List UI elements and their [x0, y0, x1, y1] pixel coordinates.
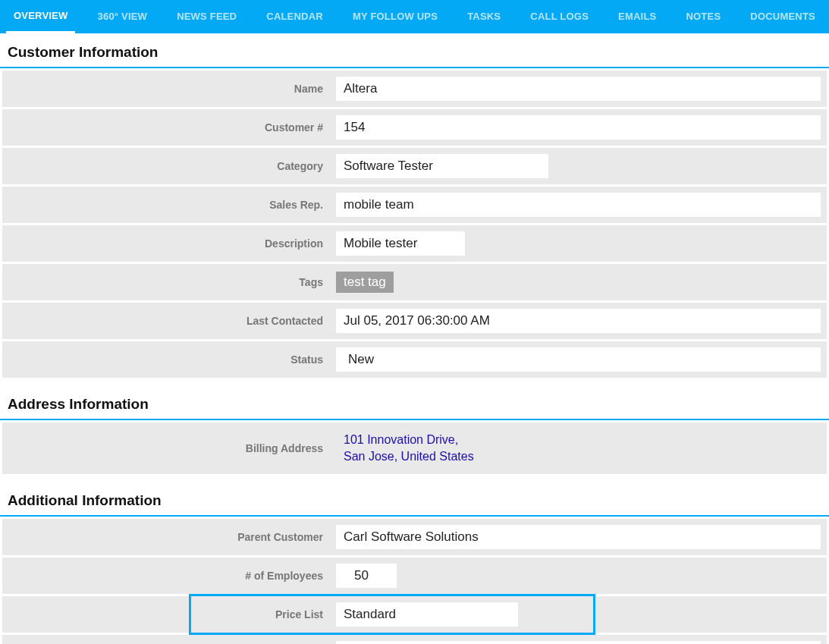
label-description: Description	[2, 225, 334, 262]
label-price-list: Price List	[2, 596, 334, 633]
row-price-list: Price List Standard	[2, 596, 827, 633]
value-cell-status: New	[334, 341, 827, 378]
value-cell-website: www.carlsolutions.com	[334, 635, 827, 644]
row-category: Category Software Tester	[2, 148, 827, 184]
value-status[interactable]: New	[336, 347, 821, 372]
tab-bar: OVERVIEW 360° VIEW NEWS FEED CALENDAR MY…	[0, 0, 829, 33]
section-title-customer-information: Customer Information	[0, 33, 829, 68]
value-price-list[interactable]: Standard	[336, 602, 518, 627]
label-website: Website	[2, 635, 334, 644]
row-customer-number: Customer # 154	[2, 109, 827, 146]
section-title-additional-information: Additional Information	[0, 482, 829, 517]
value-sales-rep[interactable]: mobile team	[336, 193, 821, 217]
value-customer-number[interactable]: 154	[336, 115, 821, 140]
value-cell-last-contacted: Jul 05, 2017 06:30:00 AM	[334, 303, 827, 339]
row-description: Description Mobile tester	[2, 225, 827, 262]
label-employees: # of Employees	[2, 558, 334, 594]
row-employees: # of Employees 50	[2, 558, 827, 594]
value-employees[interactable]: 50	[336, 564, 397, 588]
value-cell-customer-number: 154	[334, 109, 827, 146]
label-customer-number: Customer #	[2, 109, 334, 146]
section-title-address-information: Address Information	[0, 385, 829, 420]
label-name: Name	[2, 71, 334, 107]
value-parent-customer[interactable]: Carl Software Solutions	[336, 525, 821, 549]
tab-tasks[interactable]: TASKS	[460, 0, 508, 33]
value-cell-tags: test tag	[334, 264, 827, 300]
value-cell-name: Altera	[334, 71, 827, 107]
value-billing-address[interactable]: 101 Innovation Drive, San Jose, United S…	[336, 429, 482, 468]
value-name[interactable]: Altera	[336, 77, 821, 101]
value-cell-description: Mobile tester	[334, 225, 827, 262]
value-description[interactable]: Mobile tester	[336, 231, 465, 256]
value-category[interactable]: Software Tester	[336, 154, 548, 178]
row-name: Name Altera	[2, 71, 827, 107]
label-sales-rep: Sales Rep.	[2, 187, 334, 223]
value-cell-sales-rep: mobile team	[334, 187, 827, 223]
billing-address-line2: San Jose, United States	[344, 450, 474, 463]
row-last-contacted: Last Contacted Jul 05, 2017 06:30:00 AM	[2, 303, 827, 339]
label-tags: Tags	[2, 264, 334, 300]
tab-360-view[interactable]: 360° VIEW	[90, 0, 155, 33]
value-last-contacted[interactable]: Jul 05, 2017 06:30:00 AM	[336, 309, 821, 333]
label-status: Status	[2, 341, 334, 378]
tag-chip[interactable]: test tag	[336, 272, 394, 293]
tab-calendar[interactable]: CALENDAR	[259, 0, 331, 33]
row-status: Status New	[2, 341, 827, 378]
value-cell-price-list: Standard	[334, 596, 827, 633]
label-billing-address: Billing Address	[2, 423, 334, 474]
value-cell-parent-customer: Carl Software Solutions	[334, 519, 827, 555]
value-cell-category: Software Tester	[334, 148, 827, 184]
row-website: Website www.carlsolutions.com	[2, 635, 827, 644]
billing-address-line1: 101 Innovation Drive,	[344, 433, 458, 446]
row-billing-address: Billing Address 101 Innovation Drive, Sa…	[2, 423, 827, 474]
value-cell-billing-address: 101 Innovation Drive, San Jose, United S…	[334, 423, 827, 474]
tab-my-follow-ups[interactable]: MY FOLLOW UPS	[345, 0, 445, 33]
row-sales-rep: Sales Rep. mobile team	[2, 187, 827, 223]
row-tags: Tags test tag	[2, 264, 827, 300]
label-parent-customer: Parent Customer	[2, 519, 334, 555]
label-category: Category	[2, 148, 334, 184]
row-parent-customer: Parent Customer Carl Software Solutions	[2, 519, 827, 555]
value-cell-employees: 50	[334, 558, 827, 594]
tab-news-feed[interactable]: NEWS FEED	[169, 0, 244, 33]
tab-emails[interactable]: EMAILS	[611, 0, 664, 33]
value-website[interactable]: www.carlsolutions.com	[336, 641, 821, 644]
tab-notes[interactable]: NOTES	[678, 0, 728, 33]
tab-documents[interactable]: DOCUMENTS	[743, 0, 823, 33]
tab-overview[interactable]: OVERVIEW	[6, 0, 75, 33]
tab-call-logs[interactable]: CALL LOGS	[523, 0, 596, 33]
label-last-contacted: Last Contacted	[2, 303, 334, 339]
